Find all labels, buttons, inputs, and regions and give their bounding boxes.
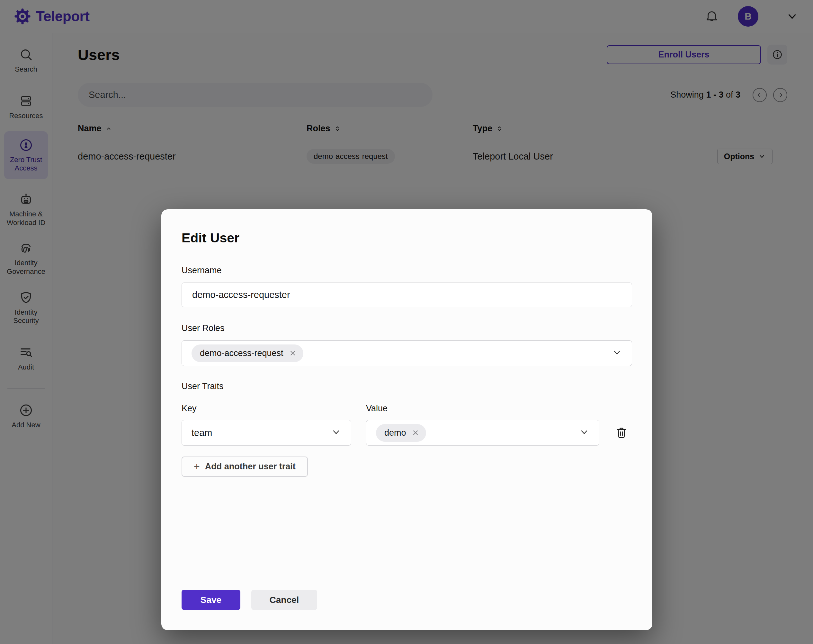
trait-value-chip: demo <box>376 424 426 442</box>
user-traits-label: User Traits <box>181 381 632 392</box>
trait-key-label: Key <box>181 404 351 413</box>
chevron-down-icon <box>612 347 622 359</box>
chevron-down-icon <box>331 427 341 439</box>
remove-value-x-icon[interactable] <box>411 428 420 437</box>
trait-key-value: team <box>192 428 212 438</box>
trash-icon <box>615 426 628 439</box>
username-label: Username <box>181 266 632 275</box>
username-field[interactable] <box>181 283 632 307</box>
cancel-button[interactable]: Cancel <box>251 590 317 610</box>
role-chip-label: demo-access-request <box>200 348 284 358</box>
plus-icon: + <box>194 461 200 473</box>
delete-trait-button[interactable] <box>614 426 629 439</box>
trait-key-select[interactable]: team <box>181 420 351 445</box>
remove-role-x-icon[interactable] <box>288 349 297 357</box>
add-trait-label: Add another user trait <box>205 462 296 472</box>
save-button[interactable]: Save <box>181 590 240 610</box>
user-roles-select[interactable]: demo-access-request <box>181 340 632 366</box>
trait-value-chip-label: demo <box>384 428 406 438</box>
add-trait-button[interactable]: + Add another user trait <box>181 456 308 477</box>
edit-user-modal: Edit User Username User Roles demo-acces… <box>161 209 652 630</box>
trait-value-label: Value <box>366 404 599 413</box>
role-chip: demo-access-request <box>192 344 303 362</box>
modal-title: Edit User <box>181 231 632 246</box>
trait-value-select[interactable]: demo <box>366 420 599 445</box>
user-roles-label: User Roles <box>181 323 632 333</box>
chevron-down-icon <box>579 427 589 439</box>
